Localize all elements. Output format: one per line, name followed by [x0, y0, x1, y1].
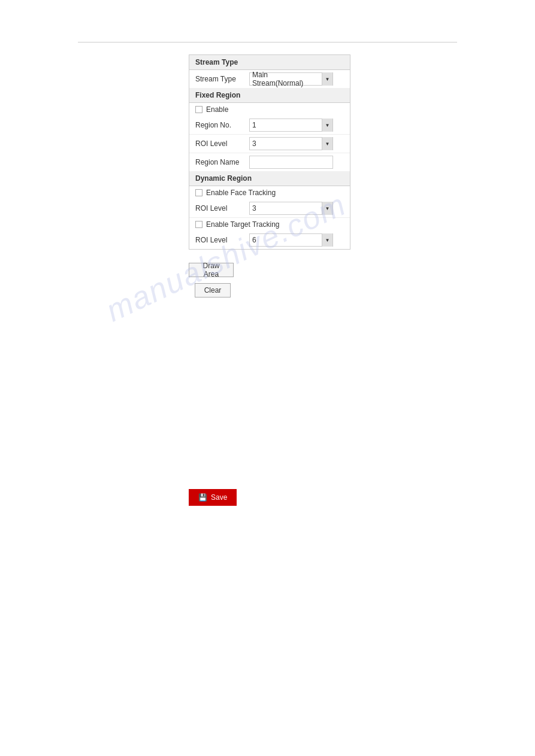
save-label: Save [211, 493, 227, 502]
region-name-input[interactable] [249, 156, 333, 169]
enable-row: Enable [189, 103, 350, 116]
dynamic-region-header: Dynamic Region [189, 171, 350, 186]
action-buttons-area: Draw Area Clear [189, 262, 457, 297]
enable-checkbox[interactable] [195, 106, 202, 113]
draw-area-button[interactable]: Draw Area [189, 263, 234, 277]
enable-target-checkbox[interactable] [195, 221, 202, 228]
save-icon: 💾 [198, 493, 207, 502]
roi-level-face-value: 3 [250, 204, 322, 212]
top-divider [78, 42, 457, 42]
roi-level-fixed-row: ROI Level 3 ▼ [189, 135, 350, 153]
roi-level-fixed-value: 3 [250, 139, 322, 148]
roi-level-fixed-arrow[interactable]: ▼ [322, 137, 333, 150]
roi-level-face-select[interactable]: 3 ▼ [249, 202, 333, 215]
save-area: 💾 Save [189, 489, 457, 506]
roi-level-target-label: ROI Level [195, 236, 249, 244]
stream-type-value: Main Stream(Normal) [250, 71, 322, 87]
save-button[interactable]: 💾 Save [189, 489, 237, 506]
region-no-arrow[interactable]: ▼ [322, 119, 333, 132]
region-no-label: Region No. [195, 121, 249, 129]
fixed-region-body: Enable Region No. 1 ▼ ROI Level 3 ▼ [189, 103, 350, 171]
region-no-control: 1 ▼ [249, 119, 344, 132]
stream-type-row: Stream Type Main Stream(Normal) ▼ [189, 70, 350, 88]
region-name-row: Region Name [189, 153, 350, 171]
clear-button[interactable]: Clear [195, 283, 231, 297]
roi-level-target-control: 6 ▼ [249, 233, 344, 247]
region-no-row: Region No. 1 ▼ [189, 116, 350, 135]
main-content: Stream Type Stream Type Main Stream(Norm… [0, 54, 535, 506]
roi-level-fixed-control: 3 ▼ [249, 137, 344, 150]
stream-type-arrow[interactable]: ▼ [322, 72, 333, 86]
region-name-control [249, 156, 344, 169]
region-name-label: Region Name [195, 158, 249, 166]
stream-type-select[interactable]: Main Stream(Normal) ▼ [249, 72, 333, 86]
region-no-value: 1 [250, 121, 322, 129]
roi-level-face-label: ROI Level [195, 204, 249, 212]
roi-level-face-row: ROI Level 3 ▼ [189, 199, 350, 218]
dynamic-region-body: Enable Face Tracking ROI Level 3 ▼ Enabl… [189, 186, 350, 249]
enable-face-label: Enable Face Tracking [206, 189, 276, 197]
clear-button-wrapper: Clear [189, 283, 457, 297]
roi-level-target-arrow[interactable]: ▼ [322, 233, 333, 247]
form-panel: Stream Type Stream Type Main Stream(Norm… [189, 54, 350, 250]
stream-type-control: Main Stream(Normal) ▼ [249, 72, 344, 86]
roi-level-fixed-label: ROI Level [195, 139, 249, 148]
roi-level-target-row: ROI Level 6 ▼ [189, 231, 350, 249]
roi-level-target-value: 6 [250, 236, 322, 244]
roi-level-fixed-select[interactable]: 3 ▼ [249, 137, 333, 150]
enable-face-checkbox[interactable] [195, 189, 202, 196]
roi-level-face-control: 3 ▼ [249, 202, 344, 215]
enable-target-row: Enable Target Tracking [189, 218, 350, 231]
region-no-select[interactable]: 1 ▼ [249, 119, 333, 132]
enable-label: Enable [206, 105, 228, 114]
enable-face-row: Enable Face Tracking [189, 186, 350, 199]
fixed-region-header: Fixed Region [189, 88, 350, 103]
stream-type-label: Stream Type [195, 75, 249, 83]
stream-type-header: Stream Type [189, 55, 350, 70]
stream-type-body: Stream Type Main Stream(Normal) ▼ [189, 70, 350, 88]
enable-target-label: Enable Target Tracking [206, 220, 280, 229]
roi-level-target-select[interactable]: 6 ▼ [249, 233, 333, 247]
roi-level-face-arrow[interactable]: ▼ [322, 202, 333, 215]
draw-area-button-wrapper: Draw Area [189, 262, 457, 277]
